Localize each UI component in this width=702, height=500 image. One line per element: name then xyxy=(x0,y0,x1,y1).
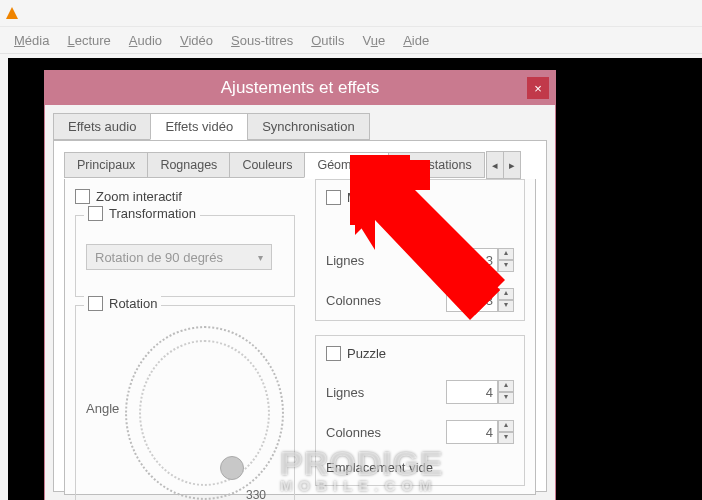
subtab-scroll-left[interactable]: ◂ xyxy=(486,151,504,179)
spin-down-icon[interactable]: ▾ xyxy=(498,432,514,444)
subtab-incrustations[interactable]: Incrustations xyxy=(388,152,485,178)
vlc-cone-icon xyxy=(6,7,18,19)
puzzle-colonnes-label: Colonnes xyxy=(326,425,381,440)
checkbox-icon xyxy=(326,190,341,205)
subtab-principaux[interactable]: Principaux xyxy=(64,152,148,178)
transformation-checkbox[interactable]: Transformation xyxy=(88,206,196,221)
watermark: PRODIGE MOBILE.COM xyxy=(280,444,444,494)
mur-label: Mur d'… xyxy=(347,190,396,205)
checkbox-icon xyxy=(88,296,103,311)
effets-video-panel: Principaux Rognages Couleurs Géométrie I… xyxy=(53,140,547,492)
zoom-interactif-label: Zoom interactif xyxy=(96,189,182,204)
transformation-combo-value: Rotation de 90 degrés xyxy=(95,250,223,265)
lignes-spinner[interactable]: ▴▾ xyxy=(446,248,514,272)
rotation-checkbox[interactable]: Rotation xyxy=(88,296,157,311)
menu-vue[interactable]: Vue xyxy=(362,33,385,48)
subtab-couleurs[interactable]: Couleurs xyxy=(229,152,305,178)
lignes-input[interactable] xyxy=(446,248,498,272)
menubar: Média Lecture Audio Vidéo Sous-titres Ou… xyxy=(0,27,702,54)
app-titlebar xyxy=(0,0,702,27)
puzzle-colonnes-input[interactable] xyxy=(446,420,498,444)
watermark-line2: MOBILE.COM xyxy=(280,477,444,494)
angle-value: 330 xyxy=(246,488,266,500)
subtab-geometrie[interactable]: Géométrie xyxy=(304,152,388,178)
menu-aide[interactable]: Aide xyxy=(403,33,429,48)
spin-up-icon[interactable]: ▴ xyxy=(498,288,514,300)
puzzle-checkbox[interactable]: Puzzle xyxy=(326,346,386,361)
rotation-dial[interactable]: 330 xyxy=(125,326,284,500)
menu-outils[interactable]: Outils xyxy=(311,33,344,48)
spin-down-icon[interactable]: ▾ xyxy=(498,260,514,272)
colonnes-label: Colonnes xyxy=(326,293,381,308)
subtab-scroll-right[interactable]: ▸ xyxy=(503,151,521,179)
checkbox-icon xyxy=(75,189,90,204)
puzzle-label: Puzzle xyxy=(347,346,386,361)
mur-checkbox[interactable]: Mur d'… xyxy=(326,190,396,205)
colonnes-input[interactable] xyxy=(446,288,498,312)
transformation-label: Transformation xyxy=(109,206,196,221)
transformation-combo[interactable]: Rotation de 90 degrés ▾ xyxy=(86,244,272,270)
lignes-label: Lignes xyxy=(326,253,364,268)
main-tabs: Effets audio Effets vidéo Synchronisatio… xyxy=(53,113,547,140)
transformation-group: Transformation Rotation de 90 degrés ▾ xyxy=(75,215,295,297)
puzzle-lignes-spinner[interactable]: ▴▾ xyxy=(446,380,514,404)
menu-video[interactable]: Vidéo xyxy=(180,33,213,48)
spin-down-icon[interactable]: ▾ xyxy=(498,392,514,404)
rotation-group: Rotation Angle 330 xyxy=(75,305,295,500)
spin-down-icon[interactable]: ▾ xyxy=(498,300,514,312)
tab-effets-video[interactable]: Effets vidéo xyxy=(150,113,248,140)
menu-lecture[interactable]: Lecture xyxy=(67,33,110,48)
colonnes-spinner[interactable]: ▴▾ xyxy=(446,288,514,312)
subtab-rognages[interactable]: Rognages xyxy=(147,152,230,178)
zoom-interactif-checkbox[interactable]: Zoom interactif xyxy=(75,189,182,204)
dialog-title: Ajustements et effets × xyxy=(45,71,555,105)
mur-group: Mur d'… Lignes ▴▾ Colonnes xyxy=(315,179,525,321)
menu-audio[interactable]: Audio xyxy=(129,33,162,48)
menu-media[interactable]: Média xyxy=(14,33,49,48)
checkbox-icon xyxy=(326,346,341,361)
chevron-down-icon: ▾ xyxy=(258,252,263,263)
sub-tabs: Principaux Rognages Couleurs Géométrie I… xyxy=(64,151,536,179)
tab-synchronisation[interactable]: Synchronisation xyxy=(247,113,370,140)
spin-up-icon[interactable]: ▴ xyxy=(498,248,514,260)
spin-up-icon[interactable]: ▴ xyxy=(498,380,514,392)
angle-label: Angle xyxy=(86,401,119,416)
rotation-label: Rotation xyxy=(109,296,157,311)
puzzle-lignes-input[interactable] xyxy=(446,380,498,404)
close-button[interactable]: × xyxy=(527,77,549,99)
adjustments-dialog: Ajustements et effets × Effets audio Eff… xyxy=(44,70,556,500)
spin-up-icon[interactable]: ▴ xyxy=(498,420,514,432)
puzzle-colonnes-spinner[interactable]: ▴▾ xyxy=(446,420,514,444)
puzzle-lignes-label: Lignes xyxy=(326,385,364,400)
tab-effets-audio[interactable]: Effets audio xyxy=(53,113,151,140)
dialog-title-text: Ajustements et effets xyxy=(221,78,379,98)
rotation-knob-icon xyxy=(220,456,244,480)
menu-soustitres[interactable]: Sous-titres xyxy=(231,33,293,48)
checkbox-icon xyxy=(88,206,103,221)
